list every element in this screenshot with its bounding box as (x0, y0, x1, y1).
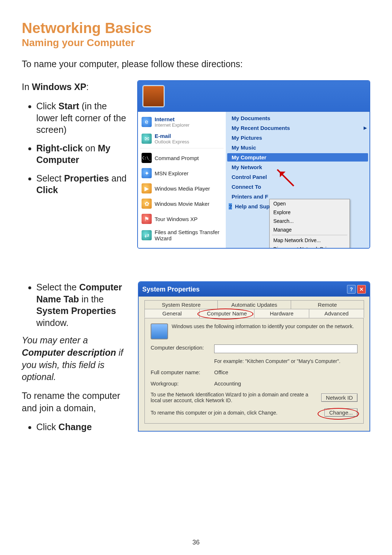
step-click-change: Click Change (36, 421, 131, 433)
start-item-cmd[interactable]: C:\_ Command Prompt (140, 151, 224, 164)
mail-icon: ✉ (142, 134, 152, 144)
input-computer-description[interactable] (214, 344, 358, 353)
help-icon: ? (229, 203, 232, 209)
divider (272, 235, 347, 235)
page-number: 36 (0, 539, 392, 546)
ie-icon: e (142, 117, 152, 127)
start-item-wmp[interactable]: ▶ Windows Media Player (140, 182, 224, 195)
right-item-connect[interactable]: Connect To (227, 183, 368, 191)
page-subtitle: Naming your Computer (22, 37, 370, 49)
change-text: To rename this computer or join a domain… (151, 410, 321, 416)
msn-icon: ✦ (142, 168, 152, 178)
value-workgroup: Accounting (214, 380, 241, 387)
right-item-my-computer[interactable]: My Computer (227, 153, 368, 162)
right-item-network[interactable]: My Network (227, 163, 368, 171)
example-text: For example: "Kitchen Computer" or "Mary… (214, 358, 340, 364)
label-workgroup: Workgroup: (151, 380, 211, 387)
ctx-search[interactable]: Search... (270, 217, 350, 225)
start-item-fast[interactable]: ⇄ Files and Settings Transfer Wizard (140, 228, 224, 243)
tab-computer-name[interactable]: Computer Name (199, 309, 254, 318)
fast-icon: ⇄ (142, 230, 152, 240)
instructions-col-2: Select the Computer Name Tab in the Syst… (22, 281, 131, 438)
start-item-wmm[interactable]: ✿ Windows Movie Maker (140, 197, 224, 210)
start-item-internet[interactable]: e Internet Internet Explorer (140, 115, 224, 129)
ctx-manage[interactable]: Manage (270, 225, 350, 234)
context-menu: Open Explore Search... Manage Map Networ… (269, 199, 350, 249)
ctx-open[interactable]: Open (270, 199, 350, 208)
label-full-name: Full computer name: (151, 369, 211, 375)
step-properties: Select Properties and Click (36, 172, 131, 196)
close-button[interactable]: ✕ (357, 285, 366, 294)
ctx-disconnect[interactable]: Disconnect Network Drive... (270, 245, 350, 249)
tabs: System Restore Automatic Updates Remote … (139, 297, 369, 318)
help-button[interactable]: ? (347, 285, 356, 294)
tab-remote[interactable]: Remote (291, 300, 364, 309)
page-title: Networking Basics (22, 20, 370, 36)
monitor-icon (151, 323, 168, 339)
cmd-icon: C:\_ (142, 153, 152, 163)
chevron-right-icon: ▶ (364, 126, 367, 130)
divider (140, 148, 224, 148)
tour-icon: ⚑ (142, 214, 152, 224)
tab-advanced[interactable]: Advanced (309, 309, 364, 318)
step-right-click: Right-click on My Computer (36, 142, 131, 166)
start-menu-header (138, 81, 369, 112)
window-title-bar: System Properties ? ✕ (139, 282, 369, 297)
identify-text: Windows uses the following information t… (172, 323, 354, 329)
right-item-pics[interactable]: My Pictures (227, 134, 368, 142)
optional-note: You may enter a Computer description if … (22, 334, 131, 383)
rename-text: To rename the computer and join a domain… (22, 390, 131, 415)
window-title: System Properties (142, 286, 200, 293)
netid-text: To use the Network Identification Wizard… (151, 392, 318, 403)
ctx-map[interactable]: Map Network Drive... (270, 236, 350, 245)
tab-hardware[interactable]: Hardware (254, 309, 309, 318)
os-name: Windows XP (32, 82, 86, 92)
start-menu-right-column: My Documents My Recent Documents ▶ My Pi… (226, 112, 369, 248)
tab-system-restore[interactable]: System Restore (144, 300, 218, 309)
start-menu-left-column: e Internet Internet Explorer ✉ E-mail Ou… (138, 112, 226, 248)
network-id-button[interactable]: Network ID (321, 393, 358, 402)
wmm-icon: ✿ (142, 199, 152, 209)
intro-text: To name your computer, please follow the… (22, 59, 370, 69)
start-menu-screenshot: e Internet Internet Explorer ✉ E-mail Ou… (137, 80, 370, 249)
instructions-col-1: In Windows XP: Click Start (in the lower… (22, 80, 131, 203)
wmp-icon: ▶ (142, 183, 152, 193)
tab-auto-updates[interactable]: Automatic Updates (217, 300, 291, 309)
right-item-recent[interactable]: My Recent Documents ▶ (227, 124, 368, 132)
right-item-music[interactable]: My Music (227, 143, 368, 152)
right-item-control-panel[interactable]: Control Panel (227, 173, 368, 181)
label-computer-description: Computer description: (151, 344, 211, 351)
start-item-msn[interactable]: ✦ MSN Explorer (140, 167, 224, 180)
tab-general[interactable]: General (144, 309, 200, 318)
tab-content: Windows uses the following information t… (144, 318, 364, 424)
system-properties-window: System Properties ? ✕ System Restore Aut… (138, 281, 370, 432)
start-item-tour[interactable]: ⚑ Tour Windows XP (140, 212, 224, 225)
value-full-name: Office (214, 369, 228, 375)
change-button[interactable]: Change... (324, 408, 358, 417)
step-click-start: Click Start (in the lower left corner of… (36, 100, 131, 136)
ctx-explore[interactable]: Explore (270, 208, 350, 217)
user-avatar-icon (142, 85, 165, 107)
right-item-docs[interactable]: My Documents (227, 114, 368, 122)
start-item-email[interactable]: ✉ E-mail Outlook Express (140, 131, 224, 146)
step-select-tab: Select the Computer Name Tab in the Syst… (36, 281, 131, 328)
